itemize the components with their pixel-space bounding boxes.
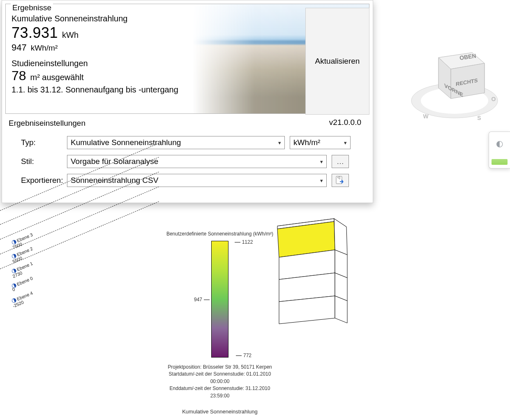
solar-3d-model[interactable]: [272, 218, 355, 325]
legend-footer: Kumulative Sonneneinstrahlung: [160, 408, 279, 415]
level-markers: ◑Ebene 3 7500 ◑Ebene 2 5500 ◑Ebene 1 273…: [0, 205, 177, 316]
compass-o: O: [492, 96, 496, 102]
result-settings-legend: Ergebniseinstellungen: [9, 119, 85, 128]
svg-marker-4: [334, 219, 347, 255]
view-cube[interactable]: N O S W OBEN VORNE RECHTS: [407, 33, 502, 127]
unit-select-value: kWh/m²: [293, 138, 320, 147]
study-area-unit: m² ausgewählt: [30, 73, 83, 82]
help-icon[interactable]: ◐: [492, 135, 508, 152]
export-run-button[interactable]: [332, 174, 349, 187]
results-legend: Ergebnisse: [11, 3, 53, 12]
level-name: Ebene 1: [16, 261, 33, 272]
level-name: Ebene 3: [16, 232, 33, 243]
per-area-value: 947: [12, 42, 27, 53]
study-area-value: 78: [12, 68, 26, 83]
refresh-button[interactable]: Aktualisieren: [305, 8, 369, 115]
export-label: Exportieren:: [9, 176, 62, 185]
unit-select[interactable]: kWh/m² ▾: [290, 136, 351, 149]
cumulative-value: 73.931: [12, 24, 58, 41]
legend-title: Benutzerdefinierte Sonneneinstrahlung (k…: [160, 231, 279, 237]
legend-mid: 947: [194, 297, 202, 302]
legend-gradient: [211, 241, 228, 358]
compass-w: W: [423, 113, 429, 120]
compass-s: S: [477, 115, 481, 121]
legend-project-position: Projektposition: Brüsseler Str 39, 50171…: [160, 364, 279, 371]
legend-start-date: Startdatum/-zeit der Sonnenstudie: 01.01…: [160, 371, 279, 385]
side-dock: ◐: [489, 132, 510, 168]
level-name: Ebene 4: [16, 291, 33, 302]
cumulative-unit: kWh: [62, 30, 78, 39]
results-panel: Ergebnisse ➤ Kumulative Sonneneinstrahlu…: [2, 0, 373, 203]
legend-max: 1122: [242, 239, 253, 245]
legend-end-date: Enddatum/-zeit der Sonnenstudie: 31.12.2…: [160, 385, 279, 399]
level-name: Ebene 0: [16, 276, 33, 287]
chevron-down-icon: ▾: [344, 140, 347, 146]
result-settings-fieldset: Ergebniseinstellungen v21.0.0.0 Typ: Kum…: [3, 117, 372, 203]
style-label: Stil:: [9, 157, 62, 166]
export-select[interactable]: Sonneneinstrahlung CSV ▾: [67, 174, 327, 187]
version-label: v21.0.0.0: [329, 118, 361, 127]
style-more-button[interactable]: …: [332, 155, 349, 168]
svg-marker-10: [335, 296, 347, 323]
chevron-down-icon: ▾: [320, 159, 323, 165]
type-select[interactable]: Kumulative Sonneneinstrahlung ▾: [67, 136, 285, 149]
type-label: Typ:: [9, 138, 62, 147]
style-select[interactable]: Vorgabe für Solaranalyse ▾: [67, 155, 327, 168]
legend-min: 772: [243, 353, 252, 358]
chevron-down-icon: ▾: [278, 140, 281, 146]
type-select-value: Kumulative Sonneneinstrahlung: [71, 138, 181, 147]
insolation-legend: Benutzerdefinierte Sonneneinstrahlung (k…: [160, 231, 279, 415]
export-icon: [336, 176, 345, 185]
chevron-down-icon: ▾: [320, 178, 323, 184]
per-area-unit: kWh/m²: [31, 44, 58, 52]
swatch-preview: [492, 159, 508, 165]
